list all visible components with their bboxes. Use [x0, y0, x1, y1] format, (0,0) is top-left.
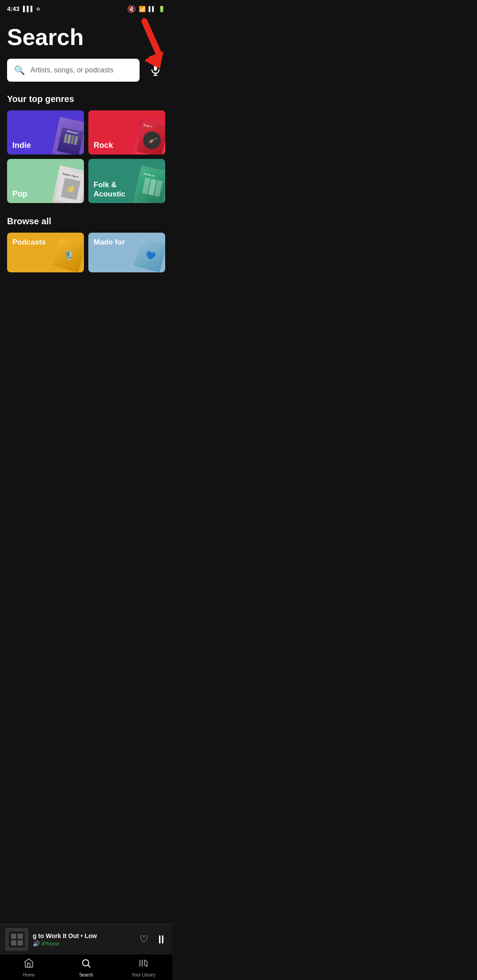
browse-label-made-for: Made for [94, 238, 125, 246]
mic-icon [149, 64, 162, 76]
search-bar-row: 🔍 Artists, songs, or podcasts [7, 59, 165, 82]
genre-grid: Indie Ultimate I Rock [7, 110, 165, 203]
top-genres-heading: Your top genres [7, 94, 165, 104]
status-icons: 🔇 📶 ▌▌ 🔋 [127, 5, 165, 13]
genre-card-folk[interactable]: Folk &Acoustic Infinite Ac [88, 159, 165, 203]
main-content: Search 🔍 Artists, songs, or podcasts [0, 16, 172, 272]
genre-label-folk: Folk &Acoustic [94, 181, 125, 199]
genre-art-indie: Ultimate I [52, 117, 84, 155]
genre-card-rock[interactable]: Rock Rock T 🎸 [88, 110, 165, 155]
browse-all-heading: Browse all [7, 216, 165, 226]
search-placeholder: Artists, songs, or podcasts [30, 66, 114, 74]
genre-label-pop: Pop [12, 189, 27, 199]
browse-section: Browse all Podcasts 🎙️ Made for 💙 [7, 216, 165, 272]
browse-label-podcasts: Podcasts [12, 238, 46, 246]
time-display: 4:43 [7, 5, 19, 12]
genre-art-rock: Rock T 🎸 [133, 117, 165, 155]
status-time: 4:43 ▌▌▌ ⊙ [7, 5, 40, 12]
signal-icon: ▌▌▌ [23, 6, 34, 12]
browse-card-podcasts[interactable]: Podcasts 🎙️ [7, 233, 84, 272]
browse-grid: Podcasts 🎙️ Made for 💙 [7, 233, 165, 272]
genre-art-pop: Today's Top H ⭐ [52, 166, 84, 203]
battery-icon: 🔋 [158, 6, 165, 12]
search-bar[interactable]: 🔍 Artists, songs, or podcasts [7, 59, 140, 82]
browse-card-made-for[interactable]: Made for 💙 [88, 233, 165, 272]
svg-rect-3 [154, 65, 157, 71]
mute-icon: 🔇 [127, 5, 136, 13]
signal2-icon: ▌▌ [148, 6, 155, 11]
genre-art-folk: Infinite Ac [133, 166, 165, 203]
data-icon: ⊙ [36, 7, 40, 11]
status-bar: 4:43 ▌▌▌ ⊙ 🔇 📶 ▌▌ 🔋 [0, 0, 172, 16]
genre-label-rock: Rock [94, 141, 113, 150]
genre-card-pop[interactable]: Pop Today's Top H ⭐ [7, 159, 84, 203]
genre-card-indie[interactable]: Indie Ultimate I [7, 110, 84, 155]
page-title: Search [7, 25, 165, 50]
search-icon: 🔍 [14, 65, 25, 75]
wifi-icon: 📶 [139, 6, 146, 12]
genre-label-indie: Indie [12, 141, 31, 150]
mic-button[interactable] [146, 60, 165, 80]
